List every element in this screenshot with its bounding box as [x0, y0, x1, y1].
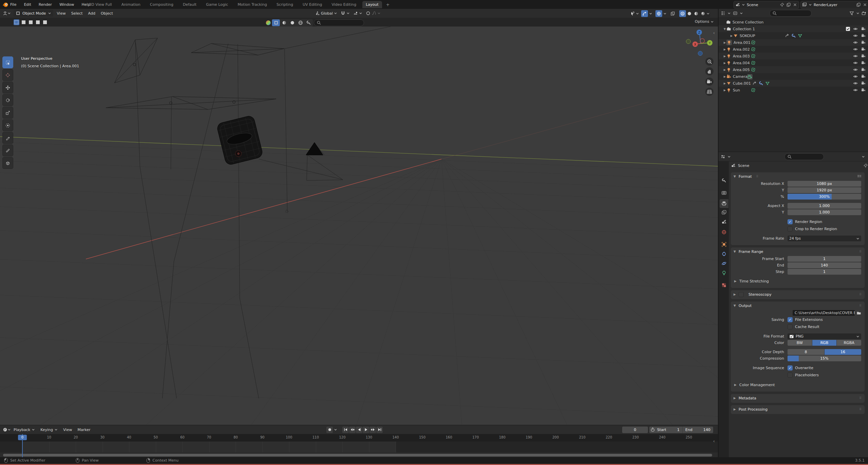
properties-tab-render[interactable] — [720, 188, 728, 197]
workspace-tab-default[interactable]: Default — [179, 1, 200, 8]
shading-material-button[interactable] — [693, 10, 700, 17]
timeline-menu-keying[interactable]: Keying — [40, 428, 58, 432]
checkbox-overwrite[interactable]: ✓ — [788, 365, 793, 371]
disable-render-toggle[interactable] — [861, 33, 866, 38]
segment-option-rgba[interactable]: RGBA — [837, 340, 861, 346]
checkbox-crop-to-render-region[interactable] — [788, 226, 793, 231]
value-field-y[interactable]: 1920 px — [788, 187, 861, 193]
unlink-icon[interactable] — [863, 2, 867, 7]
menu-window[interactable]: Window — [59, 2, 75, 7]
subpanel-color-management[interactable]: ▶Color Management — [731, 381, 865, 388]
hide-viewport-toggle[interactable] — [853, 40, 858, 45]
current-frame-field[interactable]: 0 — [622, 427, 648, 433]
workspace-tab-compositing[interactable]: Compositing — [146, 1, 177, 8]
playhead-frame-badge[interactable]: 0 — [18, 435, 27, 440]
disable-render-toggle[interactable] — [861, 74, 866, 79]
value-field-frame-start[interactable]: 1 — [788, 256, 861, 262]
timeline-menu-playback[interactable]: Playback — [14, 428, 35, 432]
workspace-tab-3d-view-full[interactable]: 3D View Full — [86, 1, 115, 8]
segment-option-16[interactable]: 16 — [825, 349, 861, 355]
select-mode-1[interactable] — [21, 19, 26, 25]
properties-tab-object[interactable] — [720, 240, 728, 249]
overlays-toggle[interactable] — [655, 10, 662, 17]
jump-end-button[interactable] — [376, 427, 383, 433]
chevron-down-icon[interactable] — [334, 428, 337, 431]
collection-checkbox[interactable] — [846, 27, 850, 31]
filter-funnel-icon[interactable] — [849, 11, 854, 16]
datablock-preview-icon[interactable] — [266, 20, 271, 25]
anim-icon[interactable] — [752, 81, 757, 86]
chevron-down-icon[interactable] — [862, 155, 865, 158]
checkbox-cache-result[interactable] — [788, 324, 793, 329]
hide-viewport-toggle[interactable] — [853, 61, 858, 65]
render-layer-selector[interactable]: RenderLayer — [800, 1, 868, 8]
outliner-row-cube-001[interactable]: ▶Cube.001 — [719, 80, 868, 87]
select-mode-3[interactable] — [35, 19, 41, 25]
pin-icon[interactable] — [780, 2, 784, 7]
anim-icon[interactable] — [785, 33, 790, 38]
editor-type-icon[interactable] — [3, 11, 7, 16]
pin-icon[interactable] — [863, 163, 868, 168]
select-mode-0[interactable] — [14, 19, 19, 25]
slider-Compression[interactable]: 15% — [788, 356, 861, 361]
toggle-material[interactable] — [280, 19, 288, 26]
lightdata-icon[interactable] — [751, 40, 756, 45]
start-field[interactable]: 1 — [677, 428, 680, 432]
lightdata-icon[interactable] — [751, 88, 756, 92]
lightdata-icon[interactable] — [751, 67, 756, 72]
snap-target-dropdown[interactable] — [352, 10, 363, 17]
outliner-row-area-005[interactable]: ▶Area.005 — [719, 66, 868, 73]
wrench-icon[interactable] — [791, 33, 796, 38]
timeline-track[interactable] — [0, 442, 718, 452]
select-mode-4[interactable] — [42, 19, 48, 25]
panel-checkbox[interactable] — [739, 292, 744, 297]
properties-tab-tool[interactable] — [720, 176, 728, 185]
zoom-button[interactable] — [705, 57, 713, 66]
timeline-ruler[interactable]: 1020304050607080901001101201301401501601… — [0, 434, 718, 442]
tool-annotate[interactable] — [2, 132, 13, 144]
lightdata-icon[interactable] — [751, 47, 756, 52]
viewport-menu-object[interactable]: Object — [101, 11, 113, 16]
workspace-tab-layout[interactable]: Layout — [362, 1, 382, 8]
orientation-dropdown[interactable]: Global — [314, 10, 338, 17]
next-key-button[interactable] — [369, 427, 376, 433]
expand-arrow-icon[interactable]: ▶ — [723, 41, 726, 44]
slider-%[interactable]: 300% — [788, 194, 861, 200]
workspace-tab-uv-editing[interactable]: UV Editing — [299, 1, 325, 8]
ortho-grid-button[interactable] — [705, 88, 713, 96]
mode-dropdown[interactable]: Object Mode — [14, 10, 53, 17]
tool-move[interactable] — [2, 82, 13, 93]
outliner-row-sokoup[interactable]: ▶SOKOUP — [719, 32, 868, 39]
camdata-icon[interactable] — [747, 74, 753, 80]
tool-measure[interactable] — [2, 144, 13, 156]
checkbox-file-extensions[interactable]: ✓ — [788, 317, 793, 322]
expand-arrow-icon[interactable]: ▶ — [723, 82, 726, 85]
properties-tab-physics[interactable] — [720, 259, 728, 268]
output-path-field[interactable]: C:\Users\arthu\Desktop\COVER ENO\FULL CO… — [792, 310, 855, 316]
expand-arrow-icon[interactable]: ▶ — [730, 34, 733, 37]
outliner-row-area-004[interactable]: ▶Area.004 — [719, 59, 868, 66]
checkbox-placeholders[interactable] — [788, 373, 793, 378]
outliner-row-sun[interactable]: ▶Sun — [719, 87, 868, 93]
meshdata-icon[interactable] — [765, 81, 770, 86]
disable-render-toggle[interactable] — [861, 47, 866, 52]
shading-wireframe-button[interactable] — [679, 10, 686, 17]
properties-tab-scene[interactable] — [720, 218, 728, 226]
timeline-editor-type-icon[interactable] — [3, 427, 7, 432]
scene-selector[interactable]: Scene — [734, 1, 799, 8]
segment-option-bw[interactable]: BW — [788, 340, 812, 346]
disable-render-toggle[interactable] — [861, 27, 866, 31]
value-field-resolution-x[interactable]: 1080 px — [788, 181, 861, 187]
panel-header-stereoscopy[interactable]: ▶Stereoscopy⠿ — [731, 290, 865, 298]
snap-toggle[interactable] — [340, 10, 351, 17]
timeline-scrollbar[interactable] — [3, 454, 712, 457]
unlink-icon[interactable] — [793, 2, 797, 7]
tool-select-box[interactable] — [2, 56, 13, 68]
properties-tab-constraints[interactable] — [720, 249, 728, 258]
segment-option-8[interactable]: 8 — [788, 349, 824, 355]
panel-header-metadata[interactable]: ▶Metadata⠿ — [731, 394, 865, 402]
navigation-gizmo[interactable]: Z Y X — [686, 28, 717, 58]
select-mode-2[interactable] — [28, 19, 34, 25]
hide-viewport-toggle[interactable] — [853, 54, 858, 58]
tool-cursor[interactable] — [2, 69, 13, 81]
